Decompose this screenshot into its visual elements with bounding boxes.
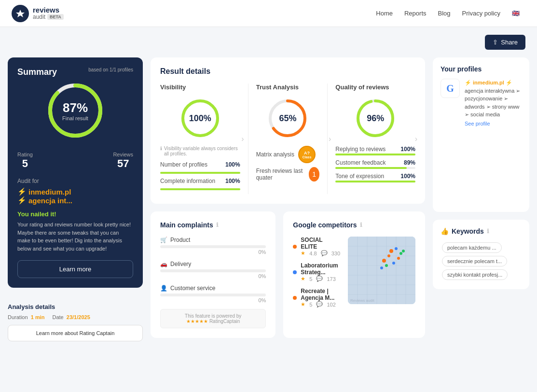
result-cols: Visibility 100% ℹ Visibility variable al… [160,84,415,194]
complaint-delivery: 🚗 Delivery 0% [160,261,266,279]
right-panel: Your profiles G ⚡ inmedium.pl ⚡ agencja … [433,57,529,341]
fresh-icon: 1 [309,167,320,182]
logo-text: reviews audit BETA [33,6,64,20]
delivery-icon: 🚗 [160,261,167,267]
nav-privacy[interactable]: Privacy policy [462,10,500,17]
final-label: Final result [62,115,88,121]
visibility-col: Visibility 100% ℹ Visibility variable al… [160,84,240,194]
keywords-card: 👍 Keywords ℹ polecam każdemu ... serdecz… [433,220,529,289]
audit-names: ⚡ inmedium.pl ⚡ agencja int... [17,187,133,205]
competitor-dot-2 [293,270,297,274]
visibility-circle: 100% [160,97,240,140]
final-percent: 87% [62,100,88,115]
matrix-badge: A? Class [298,146,316,163]
complaints-title: Main complaints ℹ [160,221,266,229]
svg-text:Reviews audit: Reviews audit [350,298,375,303]
competitor-2: Laboratorium Strateg... ★ 5 💬 173 [293,262,340,282]
powered-by: This feature is powered by ★★★★★ RatingC… [160,309,266,328]
google-logo: G [441,79,460,98]
competitors-title: Google competitors ℹ [293,221,415,229]
svg-rect-9 [348,237,415,304]
keyword-1[interactable]: polecam każdemu ... [442,242,502,253]
header: reviews audit BETA Home Reports Blog Pri… [0,0,537,27]
summary-panel: Summary based on 1/1 profiles 87% Final … [8,57,143,288]
svg-point-30 [380,266,383,269]
fresh-reviews-row: Fresh reviews last quater 1 [256,167,320,182]
nav-blog[interactable]: Blog [438,10,451,17]
reviews-col: Reviews 57 [113,152,133,170]
competitor-1: SOCIAL ELITE ★ 4.8 💬 330 [293,237,340,256]
competitors-info-icon[interactable]: ℹ [360,222,362,228]
profile-item: G ⚡ inmedium.pl ⚡ agencja interaktywna ➢… [441,79,522,126]
bottom-row: Main complaints ℹ 🛒 Product 0% 🚗 Deliver… [151,211,425,338]
rating-reviews: Rating 5 Reviews 57 [17,152,133,170]
tone-metric: Tone of expression 100% [335,173,415,182]
keywords-title: 👍 Keywords ℹ [441,227,522,235]
quality-circle: 96% [335,97,415,140]
trust-col: Trust Analysis 65% Matrix analysis [248,84,328,194]
nav-home[interactable]: Home [376,10,393,17]
date-label: Date 23/1/2025 [52,314,90,320]
visibility-next-arrow[interactable]: › [241,135,244,143]
rating-col: Rating 5 [17,152,33,170]
complaints-card: Main complaints ℹ 🛒 Product 0% 🚗 Deliver… [151,211,275,338]
share-button[interactable]: ⇧ Share [485,35,525,50]
logo-icon [12,5,29,22]
competitors-map: Reviews audit [348,237,415,304]
svg-point-29 [397,257,400,260]
keyword-3[interactable]: szybki kontakt profesj... [442,269,508,280]
keywords-info-icon[interactable]: ℹ [487,228,489,235]
competitors-list: SOCIAL ELITE ★ 4.8 💬 330 [293,237,340,313]
quality-next-arrow[interactable]: › [415,135,417,143]
final-result-circle: 87% Final result [44,79,107,142]
bolt-icon-2: ⚡ [17,196,27,205]
complaints-info-icon[interactable]: ℹ [216,222,219,228]
center-panel: Result details Visibility 100% [151,57,425,341]
audit-name-2: ⚡ agencja int... [17,196,133,205]
trust-next-arrow[interactable]: › [329,135,331,143]
logo-title: reviews [33,6,64,14]
thumb-icon: 👍 [441,227,449,235]
summary-title: Summary [17,67,57,77]
svg-point-25 [399,252,402,255]
competitors-card: Google competitors ℹ SOCIAL ELITE ★ 4.8 [283,211,425,338]
analysis-title: Analysis details [8,303,143,310]
nav-reports[interactable]: Reports [404,10,427,17]
replying-metric: Replying to reviews 100% [335,146,415,155]
toolbar: ⇧ Share [0,27,537,57]
trust-circle: 65% [256,97,320,140]
svg-point-23 [395,247,398,250]
result-details-card: Result details Visibility 100% [151,57,425,204]
rating-captain-button[interactable]: Learn more about Rating Captain [8,325,143,341]
learn-more-button[interactable]: Learn more [17,260,133,278]
audit-name-1: ⚡ inmedium.pl [17,187,133,196]
svg-marker-0 [16,10,25,17]
audit-for-label: Audit for [17,178,133,184]
complaint-product: 🛒 Product 0% [160,237,266,255]
flag-icon: 🇬🇧 [512,9,525,18]
svg-point-28 [385,264,388,267]
profile-detail: ⚡ inmedium.pl ⚡ agencja interaktywna ➢ p… [465,79,522,119]
feedback-metric: Customer feedback 89% [335,159,415,169]
product-icon: 🛒 [160,237,167,243]
analysis-meta: Duration 1 min Date 23/1/2025 [8,314,143,320]
logo: reviews audit BETA [12,5,64,22]
left-panel: Summary based on 1/1 profiles 87% Final … [8,57,143,341]
analysis-details: Analysis details Duration 1 min Date 23/… [8,295,143,341]
you-nailed: You nailed it! [17,210,133,218]
svg-point-26 [382,259,386,263]
beta-badge: BETA [47,14,64,20]
svg-point-22 [389,249,393,253]
share-icon: ⇧ [493,39,498,46]
main-layout: Summary based on 1/1 profiles 87% Final … [0,57,537,353]
see-profile-link[interactable]: See profile [465,121,522,126]
based-on: based on 1/1 profiles [88,67,133,72]
matrix-row: Matrix analysis A? Class [256,146,320,163]
profiles-card: Your profiles G ⚡ inmedium.pl ⚡ agencja … [433,57,529,212]
logo-subtitle: audit BETA [33,14,64,20]
svg-point-31 [402,250,405,252]
quality-col: Quality of reviews 96% Repl [335,84,415,194]
duration-label: Duration 1 min [8,314,44,320]
svg-point-24 [387,254,390,257]
keyword-2[interactable]: serdecznie polecam t... [442,256,507,266]
